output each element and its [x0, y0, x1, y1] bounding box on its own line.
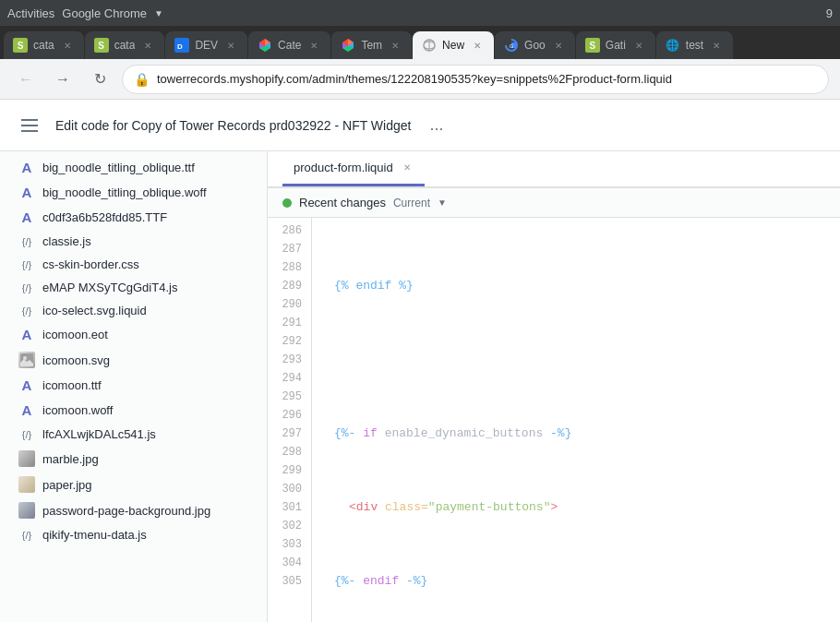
sidebar-item-icomoon-ttf[interactable]: A icomoon.ttf [0, 373, 267, 398]
sidebar-filename: c0df3a6b528fdd85.TTF [42, 210, 167, 224]
sidebar-item-icomoon-woff[interactable]: A icomoon.woff [0, 398, 267, 423]
sidebar-filename: big_noodle_titling_oblique.ttf [42, 161, 195, 174]
reload-button[interactable]: ↻ [85, 65, 114, 94]
sidebar-item-password-bg[interactable]: password-page-background.jpg [0, 497, 267, 523]
tab-close-dev[interactable]: ✕ [223, 38, 238, 53]
sidebar-filename: lfcAXLwjkDALc541.js [42, 427, 156, 441]
tab-favicon-gatis: S [585, 38, 600, 53]
svg-text:D: D [177, 42, 183, 51]
image-file-icon2 [18, 450, 35, 467]
sidebar-item-big-noodle-woff[interactable]: A big_noodle_titling_oblique.woff [0, 180, 267, 205]
code-content[interactable]: {% endif %} {%- if enable_dynamic_button… [312, 218, 840, 622]
font-file-icon4: A [18, 327, 35, 342]
svg-rect-17 [21, 130, 38, 132]
tab-close-cate[interactable]: ✕ [306, 38, 321, 53]
tab-templ[interactable]: Tem ✕ [331, 31, 412, 59]
font-file-icon3: A [18, 209, 35, 225]
sidebar-item-lfcaxl[interactable]: {/} lfcAXLwjkDALc541.js [0, 423, 267, 446]
browser-name-label: Google Chrome [62, 6, 147, 20]
line-num-292: 292 [268, 332, 311, 351]
line-num-297: 297 [268, 425, 311, 443]
sidebar-item-c0df3a[interactable]: A c0df3a6b528fdd85.TTF [0, 205, 267, 230]
tab-close-gatis[interactable]: ✕ [631, 38, 646, 53]
tab-favicon-templ [341, 38, 355, 53]
tab-test[interactable]: 🌐 test ✕ [656, 31, 733, 59]
sidebar-filename: qikify-tmenu-data.js [42, 528, 147, 542]
line-num-296: 296 [268, 406, 311, 425]
code-file-icon: {/} [18, 236, 35, 247]
sidebar-item-cs-skin[interactable]: {/} cs-skin-border.css [0, 253, 267, 276]
tab-cate[interactable]: Cate ✕ [248, 31, 330, 59]
line-num-293: 293 [268, 351, 311, 369]
tab-cata1[interactable]: S cata ✕ [4, 31, 84, 59]
line-numbers: 286 287 288 289 290 291 292 293 294 295 … [268, 218, 312, 622]
file-sidebar: A big_noodle_titling_oblique.ttf A big_n… [0, 151, 268, 622]
sidebar-item-icomoon-svg[interactable]: icomoon.svg [0, 347, 267, 373]
back-button[interactable]: ← [11, 65, 41, 94]
tab-cata2[interactable]: S cata ✕ [85, 31, 165, 59]
sidebar-toggle-button[interactable] [15, 111, 44, 140]
sidebar-item-marble[interactable]: marble.jpg [0, 446, 267, 472]
tab-favicon-goo: G [504, 38, 519, 53]
sidebar-filename: icomoon.ttf [42, 378, 102, 392]
tab-close-cata2[interactable]: ✕ [140, 38, 155, 53]
line-num-295: 295 [268, 388, 311, 406]
activities-button[interactable]: Activities [7, 6, 54, 20]
tab-favicon-new [422, 38, 437, 53]
tab-new[interactable]: New ✕ [413, 31, 494, 59]
recent-changes-indicator [282, 198, 292, 208]
tab-label-dev: DEV [195, 39, 218, 52]
tab-favicon-test: 🌐 [666, 38, 680, 53]
sidebar-item-qikify[interactable]: {/} qikify-tmenu-data.js [0, 523, 267, 546]
line-num-287: 287 [268, 240, 311, 258]
file-tab-close[interactable]: ✕ [401, 161, 414, 174]
font-file-icon: A [18, 160, 35, 175]
line-num-298: 298 [268, 443, 311, 461]
url-bar[interactable]: 🔒 towerrecords.myshopify.com/admin/theme… [122, 65, 829, 94]
sidebar-item-ico-select[interactable]: {/} ico-select.svg.liquid [0, 299, 267, 322]
current-label: Current [393, 197, 430, 209]
sidebar-item-icomoon-eot[interactable]: A icomoon.eot [0, 322, 267, 347]
svg-text:G: G [510, 43, 514, 49]
sidebar-filename: marble.jpg [42, 452, 99, 466]
line-num-305: 305 [268, 572, 311, 591]
sidebar-item-emapx[interactable]: {/} eMAP MXSyTCgGdiT4.js [0, 276, 267, 299]
line-num-294: 294 [268, 369, 311, 388]
tab-close-test[interactable]: ✕ [709, 38, 724, 53]
sidebar-item-classie[interactable]: {/} classie.js [0, 230, 267, 253]
tab-label-gatis: Gati [606, 39, 626, 52]
line-num-304: 304 [268, 554, 311, 572]
file-tab-product-form[interactable]: product-form.liquid ✕ [282, 151, 425, 186]
image-file-icon4 [18, 502, 35, 519]
code-line-290: {%- endif -%} [327, 572, 840, 591]
image-file-icon [18, 352, 35, 368]
tab-label-cata2: cata [114, 39, 136, 52]
sidebar-filename: icomoon.svg [42, 353, 110, 367]
url-text: towerrecords.myshopify.com/admin/themes/… [157, 72, 817, 86]
tab-label-test: test [686, 39, 703, 52]
file-tabs: product-form.liquid ✕ [268, 151, 840, 188]
tab-goo[interactable]: G Goo ✕ [495, 31, 575, 59]
recent-changes-dropdown[interactable]: ▼ [438, 197, 447, 208]
image-file-icon3 [18, 476, 35, 493]
tab-dev[interactable]: D DEV ✕ [165, 31, 247, 59]
forward-button[interactable]: → [48, 65, 78, 94]
tab-close-cata1[interactable]: ✕ [60, 38, 75, 53]
code-line-289: <div class="payment-buttons"> [327, 498, 840, 517]
top-bar: Activities Google Chrome ▼ 9 [0, 0, 840, 26]
line-num-286: 286 [268, 221, 311, 240]
file-tab-label: product-form.liquid [294, 161, 393, 174]
more-actions-button[interactable]: ... [429, 115, 443, 135]
line-num-290: 290 [268, 295, 311, 314]
code-editor[interactable]: 286 287 288 289 290 291 292 293 294 295 … [268, 218, 840, 622]
tab-close-goo[interactable]: ✕ [551, 38, 566, 53]
tab-close-new[interactable]: ✕ [470, 38, 485, 53]
tab-close-templ[interactable]: ✕ [388, 38, 402, 53]
sidebar-item-big-noodle-ttf[interactable]: A big_noodle_titling_oblique.ttf [0, 155, 267, 180]
tab-label-templ: Tem [361, 39, 382, 52]
sidebar-item-paper[interactable]: paper.jpg [0, 472, 267, 497]
tab-gatis[interactable]: S Gati ✕ [576, 31, 655, 59]
line-num-288: 288 [268, 258, 311, 277]
svg-point-19 [23, 356, 27, 360]
dropdown-arrow-icon[interactable]: ▼ [154, 8, 163, 18]
